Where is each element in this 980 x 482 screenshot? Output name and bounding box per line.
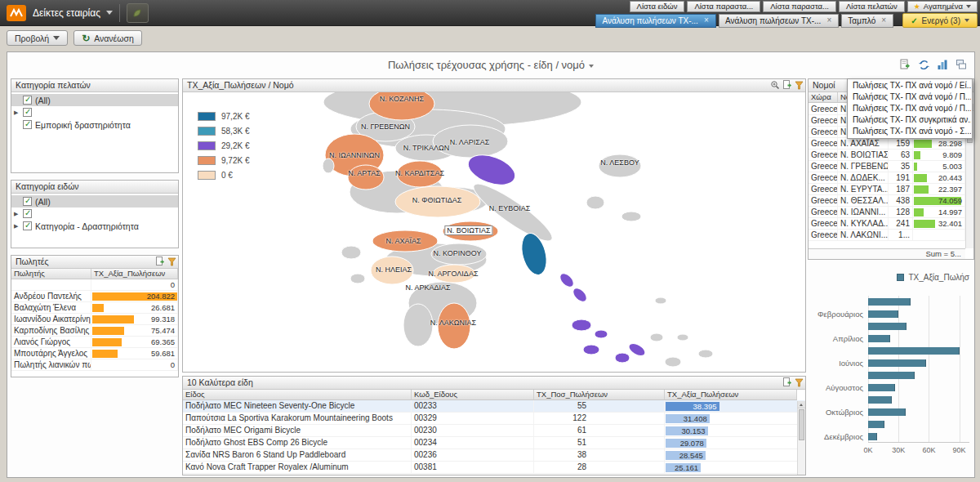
close-icon[interactable] <box>826 16 832 25</box>
page-title[interactable]: Πωλήσεις τρέχουσας χρήσης - είδη / νομό <box>7 59 974 71</box>
month-bar[interactable] <box>868 433 877 440</box>
seller-row[interactable]: 0 <box>11 279 178 291</box>
legend-item: 29,2K € <box>198 141 249 150</box>
menu-item[interactable]: Πωλήσεις ΤΧ- ΠΧ ανά νομό - Σ... <box>849 126 971 137</box>
checkbox[interactable] <box>23 108 32 117</box>
item-row[interactable]: Ποδήλατο Ghost EBS Comp 26 Bicycle 00234… <box>183 437 805 449</box>
app-logo-icon[interactable] <box>7 5 26 21</box>
checkbox[interactable] <box>23 221 32 230</box>
month-bar[interactable] <box>868 359 926 367</box>
month-bar[interactable] <box>868 384 895 391</box>
doc-tab[interactable]: Λίστα παραστα... <box>763 1 836 12</box>
nomos-row[interactable]: Greece Ν. ΘΕΣΣΑΛ... 438 74.059 <box>808 195 965 207</box>
month-bar[interactable] <box>868 347 960 355</box>
nomos-row[interactable]: Greece Ν. ΔΩΔΕΚ... 191 20.443 <box>808 172 965 184</box>
filter-icon[interactable] <box>795 378 804 391</box>
map-region-label: Ν. ΤΡΙΚΑΛΩΝ <box>403 144 450 152</box>
month-bar[interactable] <box>868 298 911 306</box>
month-bar[interactable] <box>868 408 906 416</box>
doc-tab[interactable]: Λίστα πελατών <box>839 1 905 12</box>
category-item[interactable]: (All) <box>11 195 178 208</box>
seller-row[interactable]: Μπουτάρης Άγγελος 59.681 <box>11 348 178 359</box>
expander-icon[interactable] <box>14 211 20 216</box>
sheet-tab[interactable]: Ταμπλό <box>841 14 893 28</box>
month-bar[interactable] <box>868 421 884 428</box>
month-chart-plot[interactable]: ΦεβρουάριοςΑπρίλιοςΙούνιοςΑύγουστοςΟκτώβ… <box>868 296 969 443</box>
nomos-row[interactable]: Greece Ν. ΕΥΡΥΤΑ... 187 22.397 <box>808 184 965 195</box>
sellers-column-headers[interactable]: Πωλητής ΤΧ_Αξία_Πωλήσεων <box>11 269 178 279</box>
month-bar[interactable] <box>868 310 898 318</box>
legend-item: 58,3K € <box>198 127 249 136</box>
export-icon[interactable] <box>782 377 792 390</box>
month-tick-label: Δεκέμβριος <box>824 432 868 441</box>
menu-item[interactable]: Πωλήσεις ΤΧ- ΠΧ ανά νομό / Π... <box>849 103 971 114</box>
month-bar[interactable] <box>868 372 915 379</box>
greece-map[interactable]: 97,2K € 58,3K € 29,2K € <box>183 92 805 372</box>
checkbox[interactable] <box>23 197 32 206</box>
item-row[interactable]: Παπούτσια La Sportiva Karakorum Mountain… <box>183 413 805 425</box>
category-item[interactable]: Εμπορική δραστηριότητα <box>11 118 178 131</box>
menu-item[interactable]: Πωλήσεις ΤΧ- ΠΧ ανά νομό / Εί... <box>849 80 971 91</box>
checkbox[interactable] <box>23 120 32 129</box>
seller-row[interactable]: Καρποδίνης Βασίλης 75.474 <box>11 325 178 337</box>
export-icon[interactable] <box>155 257 165 269</box>
item-row[interactable]: Ποδήλατο MEC Origami Bicycle 00230 61 30… <box>183 425 805 437</box>
category-item[interactable]: (All) <box>11 94 178 106</box>
expander-icon[interactable] <box>14 109 20 115</box>
month-bar[interactable] <box>868 323 906 330</box>
seller-row[interactable]: Βαλαχώτη Έλενα 26.681 <box>11 302 178 314</box>
table-view-icon[interactable] <box>955 58 968 71</box>
menu-item[interactable]: Πωλήσεις ΤΧ- ΠΧ συγκριτικά αν... <box>849 114 971 126</box>
company-indicators-dropdown[interactable]: Δείκτες εταιρίας <box>33 7 113 19</box>
panel-title: 10 Καλύτερα είδη <box>183 377 805 390</box>
category-item[interactable] <box>11 208 178 220</box>
category-item[interactable] <box>11 106 178 118</box>
scroll-up-icon[interactable] <box>798 401 805 408</box>
item-row[interactable]: Κανό Nova Craft Trapper Royalex /Aluminu… <box>183 462 805 474</box>
month-bar[interactable] <box>868 396 892 404</box>
seller-row[interactable]: Λιανός Γιώργος 69.365 <box>11 337 178 348</box>
top-items-column-headers[interactable]: Είδος Κωδ_Είδους ΤΧ_Ποσ_Πωλήσεων ΤΧ_Αξία… <box>183 390 797 400</box>
seller-row[interactable]: Ιωαννίδου Αικατερίνη 99.318 <box>11 314 178 325</box>
map-regions[interactable] <box>183 92 805 372</box>
nomos-row[interactable]: Greece Ν. ΑΧΑΪΑΣ 159 28.298 <box>808 138 965 150</box>
expander-icon[interactable] <box>14 223 20 229</box>
active-selections-button[interactable]: Ενεργό (3) <box>902 13 978 28</box>
seller-row[interactable]: Ανδρέου Παντελής 204.822 <box>11 291 178 302</box>
nomos-row[interactable]: Greece Ν. ΙΩΑΝΝΙ... 128 14.997 <box>808 207 965 218</box>
menu-item[interactable]: Πωλήσεις ΤΧ- ΠΧ ανά νομό / Π... <box>849 91 971 103</box>
item-row[interactable]: Ποδήλατο MEC Nineteen Seventy-One Bicycl… <box>183 400 805 413</box>
plugin-button[interactable] <box>127 3 149 23</box>
month-bar-row: Αύγουστος <box>868 382 969 394</box>
nomos-row[interactable]: Greece Ν. ΚΥΚΛΑΔ... 241 32.401 <box>808 218 965 230</box>
refresh-button[interactable]: Ανανέωση <box>74 30 142 46</box>
close-icon[interactable] <box>880 16 887 25</box>
doc-tab[interactable]: Λίστα παραστα... <box>687 1 760 12</box>
close-icon[interactable] <box>703 16 710 25</box>
checkbox[interactable] <box>23 96 32 105</box>
favorites-button[interactable]: Αγαπημένα <box>907 1 978 12</box>
filter-icon[interactable] <box>795 81 804 93</box>
month-bar[interactable] <box>868 335 890 342</box>
bar-chart-icon[interactable] <box>936 58 949 71</box>
export-report-icon[interactable] <box>898 58 911 71</box>
scroll-thumb[interactable] <box>799 409 804 440</box>
cycle-group-icon[interactable] <box>917 58 930 71</box>
filter-icon[interactable] <box>167 257 176 270</box>
nomos-row[interactable]: Greece Ν. ΒΟΙΩΤΙΑΣ 63 9.809 <box>808 150 965 161</box>
seller-row[interactable]: Πωλητής λιανικών πω... 0 <box>11 359 178 371</box>
category-item[interactable]: Κατηγορία - Δραστηριότητα <box>11 220 178 232</box>
sheet-tab[interactable]: Ανάλυση πωλήσεων ΤΧ-... <box>595 14 715 28</box>
doc-tab[interactable]: Λίστα ειδών <box>630 1 685 12</box>
view-button[interactable]: Προβολή <box>7 30 68 46</box>
map-region-label: Ν. ΑΧΑΪΑΣ <box>385 237 421 245</box>
month-tick-label: Ιούνιος <box>839 359 868 368</box>
scrollbar[interactable] <box>797 401 805 475</box>
nomos-row[interactable]: Greece Ν. ΓΡΕΒΕΝΩΝ 35 5.003 <box>808 161 965 172</box>
nomos-row[interactable]: Greece Ν. ΛΑΚΩΝΙ... 1... <box>808 230 965 241</box>
item-row[interactable]: Σανίδα NRS Baron 6 Stand Up Paddleboard … <box>183 449 805 462</box>
sheet-tab[interactable]: Ανάλυση πωλήσεων ΤΧ-... <box>719 14 839 28</box>
export-icon[interactable] <box>782 80 792 92</box>
zoom-in-icon[interactable] <box>770 80 780 92</box>
checkbox[interactable] <box>23 209 32 218</box>
